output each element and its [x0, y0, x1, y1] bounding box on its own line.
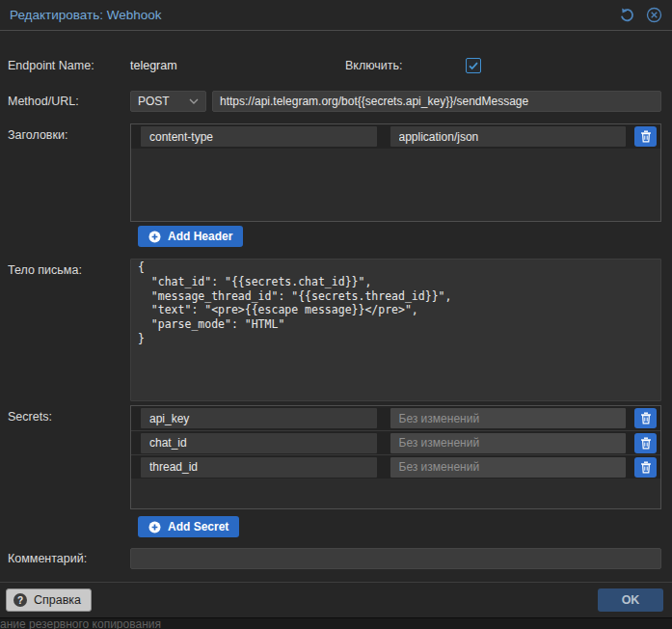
- question-icon: ?: [13, 593, 27, 607]
- delete-header-button[interactable]: [634, 126, 657, 147]
- background-page-text: ание резервного копирования: [0, 618, 672, 629]
- checkmark-icon: [468, 60, 479, 71]
- secret-row: [131, 406, 660, 430]
- endpoint-name-row: Endpoint Name: telegram Включить:: [0, 58, 672, 73]
- undo-icon[interactable]: [619, 7, 635, 23]
- add-header-row: Add Header: [130, 226, 672, 247]
- headers-label: Заголовки:: [8, 123, 130, 142]
- trash-icon: [640, 130, 652, 143]
- secret-value-input[interactable]: [390, 408, 627, 428]
- edit-webhook-dialog: Редактировать: Webhook Endpoint: [0, 0, 672, 618]
- titlebar-icons: [619, 7, 662, 23]
- secret-value-input[interactable]: [390, 433, 627, 453]
- endpoint-name-label: Endpoint Name:: [8, 59, 130, 72]
- comment-label: Комментарий:: [8, 552, 130, 565]
- secret-key-input[interactable]: [141, 433, 377, 453]
- header-value-input[interactable]: [390, 126, 627, 147]
- body-row: Тело письма: { "chat_id": "{{secrets.cha…: [0, 259, 672, 401]
- dialog-titlebar: Редактировать: Webhook: [0, 0, 672, 31]
- add-secret-button[interactable]: Add Secret: [138, 516, 239, 537]
- delete-secret-button[interactable]: [634, 457, 657, 478]
- secret-row: [131, 430, 660, 454]
- header-row: [131, 124, 660, 149]
- secret-row: [131, 454, 660, 479]
- plus-circle-icon: [148, 521, 161, 533]
- close-icon[interactable]: [646, 7, 662, 23]
- add-secret-row: Add Secret: [130, 516, 672, 537]
- enable-checkbox[interactable]: [466, 58, 481, 73]
- method-url-row: Method/URL: POST: [0, 91, 672, 112]
- secrets-label: Secrets:: [8, 405, 130, 424]
- trash-icon: [640, 437, 652, 450]
- plus-circle-icon: [148, 231, 161, 243]
- secret-value-input[interactable]: [390, 457, 627, 478]
- add-header-label: Add Header: [168, 230, 232, 243]
- enable-label: Включить:: [345, 59, 466, 72]
- method-url-label: Method/URL:: [8, 95, 130, 108]
- chevron-down-icon: [189, 98, 199, 104]
- secret-key-input[interactable]: [141, 457, 377, 478]
- delete-secret-button[interactable]: [634, 433, 657, 453]
- url-input[interactable]: [212, 91, 661, 112]
- ok-button[interactable]: OK: [598, 588, 663, 612]
- dialog-title: Редактировать: Webhook: [10, 8, 162, 22]
- endpoint-name-value: telegram: [130, 59, 345, 72]
- header-key-input[interactable]: [141, 126, 377, 147]
- trash-icon: [640, 412, 652, 424]
- body-label: Тело письма:: [8, 259, 130, 277]
- help-button-label: Справка: [34, 593, 81, 607]
- add-header-button[interactable]: Add Header: [138, 226, 243, 247]
- dialog-footer: ? Справка OK: [0, 582, 672, 617]
- method-select[interactable]: POST: [130, 91, 206, 112]
- add-secret-label: Add Secret: [168, 520, 228, 533]
- secrets-row: Secrets:: [0, 405, 672, 509]
- screen: Редактировать: Webhook Endpoint: [0, 0, 672, 629]
- comment-row: Комментарий:: [0, 548, 672, 569]
- headers-row: Заголовки:: [0, 123, 672, 222]
- help-button[interactable]: ? Справка: [6, 588, 92, 612]
- body-textarea[interactable]: { "chat_id": "{{secrets.chat_id}}", "mes…: [130, 259, 661, 401]
- trash-icon: [640, 461, 652, 474]
- secret-key-input[interactable]: [141, 408, 377, 428]
- comment-input[interactable]: [130, 548, 661, 569]
- delete-secret-button[interactable]: [634, 408, 657, 428]
- secrets-grid: [130, 405, 661, 509]
- method-select-value: POST: [138, 95, 170, 108]
- headers-grid: [130, 123, 661, 222]
